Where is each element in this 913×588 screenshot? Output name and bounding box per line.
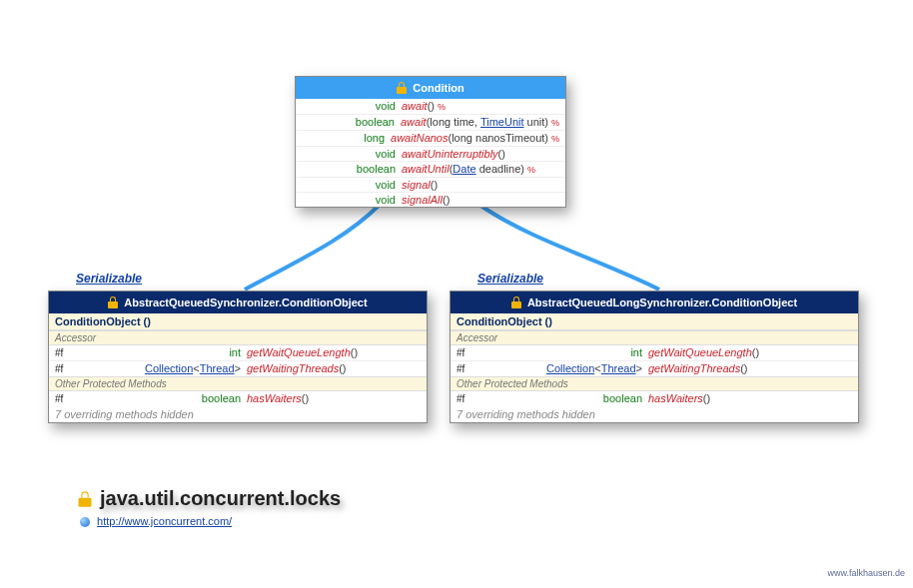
throws-marker: % bbox=[527, 163, 535, 177]
return-type: Collection<Thread> bbox=[77, 361, 247, 375]
method-row: #fintgetWaitQueueLength () bbox=[451, 345, 858, 361]
constructor-name: ConditionObject () bbox=[456, 315, 552, 327]
method-params: (long nanosTimeout) bbox=[449, 131, 548, 145]
method-row: voidawaitUninterruptibly () bbox=[296, 147, 565, 162]
method-name: await bbox=[401, 115, 427, 129]
protection-marker: #f bbox=[456, 346, 478, 360]
other-protected-list: #fbooleanhasWaiters () bbox=[49, 391, 427, 406]
method-params: (Date deadline) bbox=[450, 162, 524, 176]
return-type: int bbox=[478, 345, 648, 359]
method-params: () bbox=[498, 147, 505, 161]
hidden-methods-note: 7 overriding methods hidden bbox=[49, 406, 427, 422]
method-params: () bbox=[752, 345, 759, 359]
return-type: boolean bbox=[302, 162, 402, 176]
condition-method-list: voidawait ()%booleanawait (long time, Ti… bbox=[296, 99, 565, 207]
hidden-methods-note: 7 overriding methods hidden bbox=[451, 406, 858, 422]
return-type: long bbox=[302, 131, 391, 145]
accessor-list: #fintgetWaitQueueLength ()#fCollection<T… bbox=[49, 345, 427, 376]
method-row: #fCollection<Thread>getWaitingThreads () bbox=[451, 361, 858, 376]
return-type: void bbox=[302, 193, 402, 207]
method-name: awaitUntil bbox=[402, 162, 450, 176]
return-type: void bbox=[302, 178, 402, 192]
aqs-conditionobject-title: AbstractQueuedSynchronizer.ConditionObje… bbox=[124, 296, 367, 308]
method-params: () bbox=[431, 178, 438, 192]
protection-marker: #f bbox=[456, 392, 478, 406]
method-params: () bbox=[302, 391, 309, 405]
method-row: booleanawait (long time, TimeUnit unit)% bbox=[296, 115, 565, 131]
constructor-name: ConditionObject () bbox=[55, 315, 151, 327]
return-type: int bbox=[77, 345, 247, 359]
method-row: #fintgetWaitQueueLength () bbox=[49, 345, 427, 361]
method-params: () bbox=[703, 391, 710, 405]
constructor-row: ConditionObject () bbox=[451, 313, 858, 330]
method-params: () bbox=[428, 99, 435, 113]
method-name: await bbox=[402, 99, 428, 113]
aqls-conditionobject-box: AbstractQueuedLongSynchronizer.Condition… bbox=[450, 291, 859, 423]
method-params: () bbox=[351, 345, 358, 359]
protection-marker: #f bbox=[456, 362, 478, 376]
method-row: voidsignal () bbox=[296, 178, 565, 193]
aqs-conditionobject-box: AbstractQueuedSynchronizer.ConditionObje… bbox=[48, 291, 428, 423]
method-row: voidawait ()% bbox=[296, 99, 565, 115]
method-name: signal bbox=[402, 178, 431, 192]
package-url-link[interactable]: http://www.jconcurrent.com/ bbox=[97, 515, 232, 527]
method-params: () bbox=[443, 193, 450, 207]
method-row: #fCollection<Thread>getWaitingThreads () bbox=[49, 361, 427, 376]
throws-marker: % bbox=[551, 132, 559, 146]
method-params: (long time, TimeUnit unit) bbox=[427, 115, 548, 129]
protection-marker: #f bbox=[55, 392, 77, 406]
lock-icon bbox=[79, 491, 92, 507]
accessor-section-header: Accessor bbox=[451, 330, 858, 345]
return-type: void bbox=[302, 147, 402, 161]
globe-icon bbox=[80, 517, 90, 527]
return-type: boolean bbox=[478, 391, 648, 405]
return-type: boolean bbox=[302, 115, 401, 129]
protection-marker: #f bbox=[55, 346, 77, 360]
method-name: hasWaiters bbox=[247, 391, 302, 405]
serializable-badge-right[interactable]: Serializable bbox=[477, 272, 543, 286]
aqls-conditionobject-header: AbstractQueuedLongSynchronizer.Condition… bbox=[451, 292, 858, 313]
constructor-row: ConditionObject () bbox=[49, 313, 427, 330]
condition-header: Condition bbox=[296, 77, 565, 99]
throws-marker: % bbox=[438, 100, 446, 114]
accessor-section-header: Accessor bbox=[49, 330, 427, 345]
aqs-conditionobject-header: AbstractQueuedSynchronizer.ConditionObje… bbox=[49, 292, 427, 313]
method-name: signalAll bbox=[402, 193, 443, 207]
attribution: www.falkhausen.de bbox=[827, 568, 905, 578]
method-params: () bbox=[740, 361, 747, 375]
return-type: boolean bbox=[77, 391, 247, 405]
aqls-conditionobject-title: AbstractQueuedLongSynchronizer.Condition… bbox=[527, 296, 797, 308]
method-row: booleanawaitUntil (Date deadline)% bbox=[296, 162, 565, 178]
package-link-row: http://www.jconcurrent.com/ bbox=[80, 515, 232, 527]
return-type: void bbox=[302, 99, 402, 113]
method-row: voidsignalAll () bbox=[296, 193, 565, 207]
return-type: Collection<Thread> bbox=[478, 361, 648, 375]
serializable-badge-left[interactable]: Serializable bbox=[76, 272, 142, 286]
method-name: getWaitingThreads bbox=[247, 361, 339, 375]
method-name: hasWaiters bbox=[648, 391, 703, 405]
condition-interface-box: Condition voidawait ()%booleanawait (lon… bbox=[295, 76, 566, 208]
method-row: #fbooleanhasWaiters () bbox=[451, 391, 858, 406]
throws-marker: % bbox=[551, 116, 559, 130]
method-name: getWaitQueueLength bbox=[648, 345, 752, 359]
method-name: awaitNanos bbox=[391, 131, 448, 145]
method-row: longawaitNanos (long nanosTimeout)% bbox=[296, 131, 565, 147]
lock-icon bbox=[108, 296, 118, 308]
package-title: java.util.concurrent.locks bbox=[80, 487, 341, 510]
lock-icon bbox=[511, 296, 521, 308]
lock-icon bbox=[397, 82, 407, 94]
method-name: awaitUninterruptibly bbox=[402, 147, 498, 161]
protection-marker: #f bbox=[55, 362, 77, 376]
method-name: getWaitQueueLength bbox=[247, 345, 351, 359]
other-protected-list: #fbooleanhasWaiters () bbox=[451, 391, 858, 406]
condition-title: Condition bbox=[413, 82, 463, 94]
accessor-list: #fintgetWaitQueueLength ()#fCollection<T… bbox=[451, 345, 858, 376]
method-row: #fbooleanhasWaiters () bbox=[49, 391, 427, 406]
method-params: () bbox=[339, 361, 346, 375]
other-protected-section-header: Other Protected Methods bbox=[451, 376, 858, 391]
package-name: java.util.concurrent.locks bbox=[100, 487, 341, 510]
other-protected-section-header: Other Protected Methods bbox=[49, 376, 427, 391]
method-name: getWaitingThreads bbox=[648, 361, 740, 375]
